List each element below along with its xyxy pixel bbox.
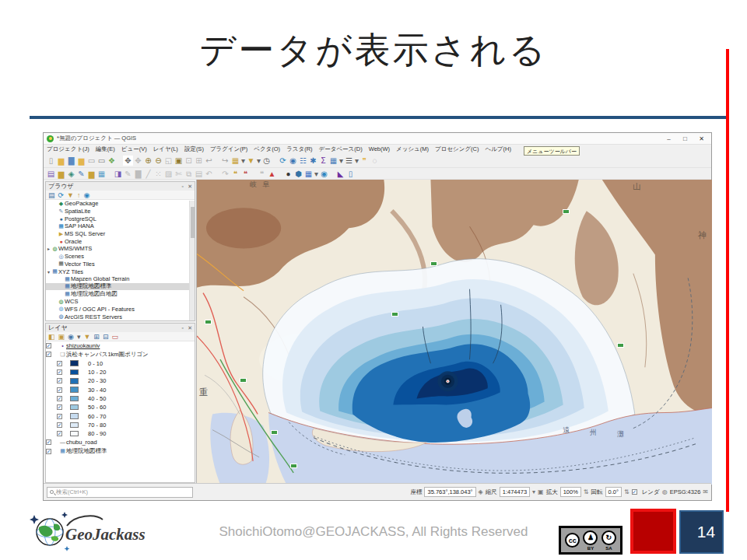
toolbar-icon[interactable]: ↷ — [220, 169, 230, 179]
menu-item[interactable]: ベクタ(O) — [251, 145, 283, 154]
toolbar-icon[interactable]: ⧉ — [184, 169, 194, 179]
browser-tree-item[interactable]: ▦ 地理院地図白地図 — [46, 290, 195, 298]
layer-row[interactable]: ✓ 10 - 20 — [46, 368, 195, 376]
layer-visibility-checkbox[interactable]: ✓ — [46, 439, 51, 445]
panel-close-icon[interactable]: ✕ — [188, 325, 192, 331]
toolbar-icon[interactable]: ↩ — [204, 156, 214, 166]
menu-item[interactable]: 編集(E) — [93, 145, 118, 154]
layers-tool-icon[interactable]: ▭ — [111, 333, 118, 341]
browser-tree-item[interactable]: ▶ MS SQL Server — [46, 230, 195, 238]
crs-globe-icon[interactable]: ◍ — [662, 488, 668, 495]
toolbar-icon[interactable]: ◱ — [163, 156, 174, 166]
toolbar-icon[interactable]: ▼ — [246, 156, 256, 166]
layer-row[interactable]: ✓ 30 - 40 — [46, 385, 195, 394]
layer-row[interactable]: ✓ • shizuokauniv — [46, 341, 195, 350]
browser-tree-item[interactable]: ▦ Mapzen Global Terrain — [46, 275, 195, 283]
browser-tree-item[interactable]: ● Oracle — [46, 237, 195, 245]
toolbar-icon[interactable]: ▾ — [338, 156, 344, 166]
layers-tool-icon[interactable]: ▼ — [83, 333, 90, 341]
browser-tree-item[interactable]: ● PostgreSQL — [46, 215, 195, 222]
scale-caret-icon[interactable]: ▾ — [532, 488, 535, 495]
layer-visibility-checkbox[interactable]: ✓ — [57, 387, 62, 393]
menu-item[interactable]: メッシュ(M) — [393, 145, 432, 154]
layer-row[interactable]: ✓ 0 - 10 — [46, 359, 195, 368]
toolbar-icon[interactable]: ☷ — [298, 156, 308, 166]
toolbar-icon[interactable]: ● — [283, 169, 293, 179]
toolbar-icon[interactable]: ⬢ — [293, 169, 303, 179]
magnifier-spinner-icon[interactable]: ⇅ — [584, 488, 589, 495]
browser-tool-icon[interactable]: ▤ — [48, 191, 55, 199]
layer-row[interactable]: ✓ ❏ 浜松キャンパス1km圏ポリゴン — [46, 350, 195, 359]
minimize-button[interactable]: – — [662, 135, 675, 142]
toolbar-icon[interactable]: Σ — [318, 156, 328, 166]
map-canvas[interactable]: 遠州灘神山岐阜重 — [196, 180, 712, 485]
menu-item[interactable]: プロジェクト(J) — [44, 145, 93, 154]
coordinate-input[interactable]: 35.763°,138.043° — [424, 487, 475, 497]
browser-tool-icon[interactable]: ⟳ — [58, 191, 65, 199]
toolbar-icon[interactable]: ✎ — [76, 169, 86, 179]
layer-visibility-checkbox[interactable]: ✓ — [46, 343, 51, 348]
layer-row[interactable]: ✓ 60 - 70 — [46, 411, 195, 420]
menu-item[interactable]: ヘルプ(H) — [482, 145, 514, 154]
browser-tool-icon[interactable]: ▼ — [67, 191, 74, 199]
layer-visibility-checkbox[interactable]: ✓ — [57, 361, 62, 366]
twisty-icon[interactable]: ▸ — [46, 246, 51, 251]
toolbar-icon[interactable]: ▾ — [354, 156, 359, 166]
toolbar-icon[interactable]: ▦ — [328, 156, 338, 166]
layer-row[interactable]: ✓ 70 - 80 — [46, 421, 195, 429]
toolbar-icon[interactable]: ▣ — [174, 156, 184, 166]
browser-tree-item[interactable]: ◍ ArcGIS REST Servers — [46, 313, 195, 320]
layer-row[interactable]: ✓ — chubu_road — [46, 438, 195, 446]
browser-tree-item[interactable]: ◍ WCS — [46, 298, 195, 306]
toolbar-icon[interactable]: ☰ — [344, 156, 354, 166]
toolbar-icon[interactable]: ▯ — [46, 156, 56, 166]
layers-tool-icon[interactable]: ◧ — [48, 333, 55, 341]
close-button[interactable]: ✕ — [695, 135, 708, 142]
browser-tree-item[interactable]: ✎ SpatiaLite — [46, 208, 195, 215]
toolbar-icon[interactable]: ▦ — [230, 156, 240, 166]
layer-row[interactable]: ✓ 50 - 60 — [46, 403, 195, 411]
browser-tool-icon[interactable]: ◉ — [83, 191, 89, 199]
maximize-button[interactable]: □ — [679, 135, 692, 142]
toolbar-icon[interactable]: ▭ — [96, 156, 107, 166]
toolbar-icon[interactable]: ▾ — [256, 156, 261, 166]
scale-input[interactable]: 1:474473 — [500, 487, 530, 497]
toolbar-icon[interactable]: ▯ — [345, 169, 356, 179]
menu-item[interactable]: ビュー(V) — [118, 145, 150, 154]
layer-visibility-checkbox[interactable]: ✓ — [57, 404, 62, 410]
toolbar-icon[interactable]: ❞ — [359, 156, 370, 166]
toolbar-icon[interactable]: ◉ — [319, 169, 329, 179]
menu-item[interactable]: プロセシング(C) — [432, 145, 482, 154]
browser-tree-item[interactable]: ◍ WFS / OGC API - Features — [46, 306, 195, 313]
layers-tool-icon[interactable]: ⊟ — [103, 333, 109, 341]
toolbar-icon[interactable]: ▆ — [86, 169, 96, 179]
layer-visibility-checkbox[interactable]: ✓ — [46, 449, 51, 454]
toolbar-icon[interactable]: ▆ — [56, 169, 66, 179]
browser-tree-item[interactable]: ◎ Scenes — [46, 253, 195, 261]
toolbar-icon[interactable]: ▤ — [46, 169, 56, 179]
toolbar-icon[interactable]: ❝ — [240, 169, 251, 179]
toolbar-icon[interactable]: ◌ — [370, 156, 380, 166]
toolbar-icon[interactable]: ✥ — [133, 156, 143, 166]
menu-item[interactable]: データベース(D) — [316, 145, 366, 154]
menu-item[interactable]: プラグイン(P) — [207, 145, 251, 154]
layer-visibility-checkbox[interactable]: ✓ — [57, 369, 62, 375]
toolbar-icon[interactable]: ▆ — [56, 156, 66, 166]
toolbar-icon[interactable]: ▇ — [66, 156, 76, 166]
toolbar-icon[interactable]: ✎ — [123, 169, 133, 179]
toolbar-icon[interactable]: ▨ — [163, 169, 174, 179]
toolbar-icon[interactable]: ↶ — [204, 169, 214, 179]
toolbar-icon[interactable]: ╱ — [143, 169, 153, 179]
lock-icon[interactable]: ▣ — [538, 488, 544, 495]
toolbar-icon[interactable]: ⊖ — [153, 156, 163, 166]
twisty-icon[interactable]: ▾ — [46, 269, 51, 275]
toolbar-icon[interactable]: ✄ — [174, 169, 184, 179]
panel-float-icon[interactable]: ▫ — [181, 325, 183, 331]
layer-row[interactable]: ✓ 40 - 50 — [46, 394, 195, 403]
browser-tree-item[interactable]: ◆ GeoPackage — [46, 200, 195, 208]
toolbar-icon[interactable]: ▾ — [240, 156, 246, 166]
toolbar-icon[interactable]: ❖ — [107, 156, 117, 166]
layer-visibility-checkbox[interactable]: ✓ — [57, 396, 62, 401]
browser-tool-icon[interactable]: ↑ — [77, 191, 81, 199]
browser-tree-item[interactable]: ▦ Vector Tiles — [46, 261, 195, 268]
